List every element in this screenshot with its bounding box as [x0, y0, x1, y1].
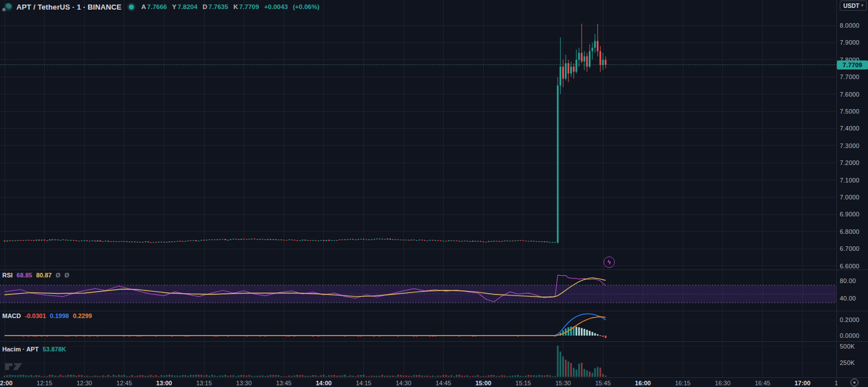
connection-status-icon[interactable]	[129, 5, 134, 10]
time-tick-label: 17:15	[835, 380, 839, 386]
time-tick-label: 13:45	[276, 380, 292, 386]
chart-canvas[interactable]	[0, 0, 868, 387]
time-tick-label: 12:30	[76, 380, 92, 386]
macd-legend: MACD -0.0301 0.1998 0.2299	[2, 312, 92, 319]
change-percent: (+0.06%)	[293, 3, 319, 10]
symbol-title[interactable]: APT / TetherUS · 1 · BINANCE	[16, 3, 121, 11]
time-tick-label: 12:00	[0, 380, 12, 386]
time-tick-label: 16:30	[715, 380, 731, 386]
macd-hist-value: -0.0301	[25, 312, 46, 319]
low-value: 7.7635	[209, 3, 228, 10]
tradingview-logo-icon[interactable]	[5, 360, 25, 371]
time-tick-label: 17:00	[795, 380, 810, 386]
time-tick-label: 12:15	[37, 380, 53, 386]
close-value: 7.7709	[239, 3, 259, 10]
time-tick-label: 16:45	[755, 380, 771, 386]
close-label: K	[233, 3, 238, 10]
symbol-logo-icon	[4, 3, 12, 11]
currency-label: USDT	[843, 2, 860, 9]
time-tick-label: 14:30	[396, 380, 411, 386]
volume-value: 53.878K	[42, 346, 66, 353]
time-tick-label: 16:15	[675, 380, 691, 386]
rsi-legend: RSI 68.85 80.87 Ø Ø	[2, 272, 70, 279]
rsi-ma-value: 80.87	[36, 272, 52, 279]
symbol-header: APT / TetherUS · 1 · BINANCE A7.7666 Y7.…	[4, 2, 319, 12]
high-label: Y	[172, 3, 177, 10]
current-price-badge: 7.7709	[837, 60, 868, 69]
flash-event-icon[interactable]: ϟ	[604, 256, 615, 268]
time-tick-label: 14:00	[316, 380, 332, 386]
low-label: D	[202, 3, 207, 10]
time-tick-label: 14:45	[436, 380, 452, 386]
macd-name[interactable]: MACD	[2, 312, 21, 319]
volume-legend: Hacim · APT 53.878K	[2, 346, 66, 353]
time-tick-label: 15:00	[475, 380, 491, 386]
secondary-logo-dot-icon	[2, 8, 6, 11]
volume-name[interactable]: Hacim · APT	[2, 346, 38, 353]
rsi-empty-icon-2[interactable]: Ø	[64, 272, 70, 279]
macd-line-value: 0.1998	[50, 312, 69, 319]
time-tick-label: 15:15	[515, 380, 531, 386]
macd-signal-value: 0.2299	[73, 312, 92, 319]
timezone-settings-icon[interactable]	[850, 379, 858, 386]
rsi-empty-icon-1[interactable]: Ø	[55, 272, 60, 279]
time-axis[interactable]: 12:0012:1512:3012:4513:0013:1513:3013:45…	[0, 377, 839, 387]
ohlc-values: A7.7666 Y7.8204 D7.7635 K7.7709 +0.0043 …	[141, 3, 319, 10]
time-tick-label: 15:45	[595, 380, 611, 386]
time-tick-label: 15:30	[555, 380, 571, 386]
time-tick-label: 12:45	[116, 380, 132, 386]
time-tick-label: 13:15	[196, 380, 212, 386]
time-tick-label: 16:00	[635, 380, 651, 386]
change-value: +0.0043	[264, 3, 288, 10]
high-value: 7.8204	[177, 3, 197, 10]
chevron-down-icon: ▾	[861, 4, 863, 7]
currency-toggle-button[interactable]: USDT ▾	[840, 1, 867, 11]
time-tick-label: 13:00	[156, 380, 172, 386]
time-tick-label: 14:15	[356, 380, 372, 386]
rsi-name[interactable]: RSI	[2, 272, 12, 279]
trading-chart-window: APT / TetherUS · 1 · BINANCE A7.7666 Y7.…	[0, 0, 868, 387]
open-label: A	[141, 3, 146, 10]
time-tick-label: 13:30	[236, 380, 252, 386]
open-value: 7.7666	[147, 3, 167, 10]
rsi-value: 68.85	[16, 272, 32, 279]
